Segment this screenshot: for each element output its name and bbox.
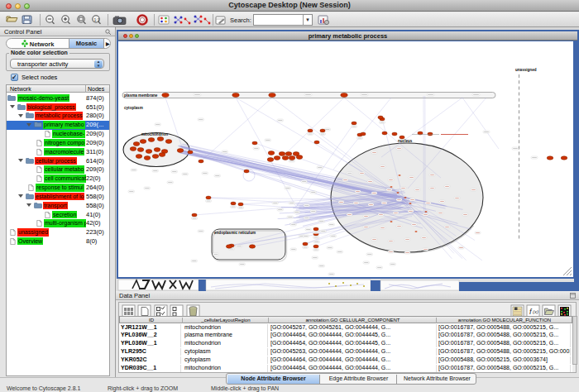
svg-text:cytoplasm: cytoplasm	[124, 106, 143, 110]
svg-text:(x): (x)	[533, 309, 538, 314]
svg-text:plasma membrane: plasma membrane	[124, 93, 158, 98]
svg-text:nucleus: nucleus	[398, 139, 413, 143]
svg-text:unassigned: unassigned	[515, 68, 537, 72]
svg-text:endoplasmic reticulum: endoplasmic reticulum	[214, 231, 256, 235]
svg-text:mitochondrion: mitochondrion	[141, 132, 168, 136]
svg-text:1:1: 1:1	[94, 17, 100, 22]
